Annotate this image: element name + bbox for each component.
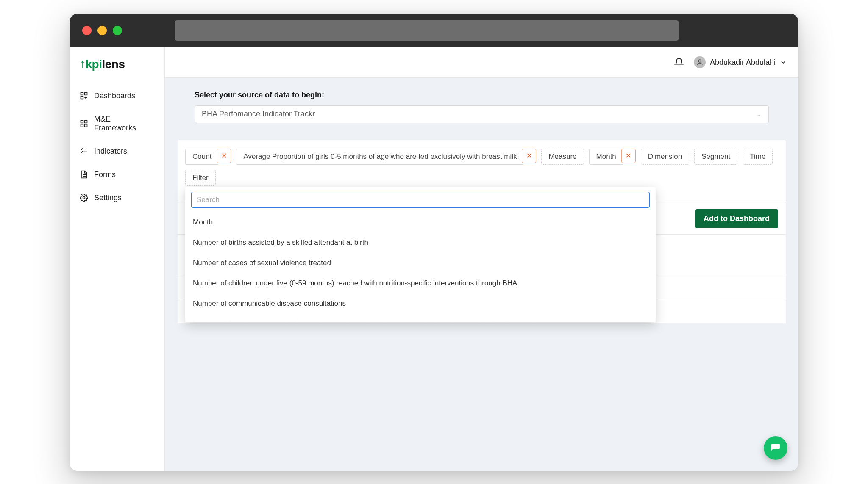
sidebar-item-label: Dashboards bbox=[94, 91, 135, 100]
chip-segment[interactable]: Segment bbox=[694, 149, 737, 165]
browser-titlebar bbox=[70, 14, 798, 47]
chevron-down-icon: ⌄ bbox=[757, 111, 762, 118]
sidebar-item-label: Indicators bbox=[94, 147, 127, 156]
sidebar-item-settings[interactable]: Settings bbox=[76, 188, 158, 208]
dropdown-search-input[interactable] bbox=[191, 192, 650, 208]
sidebar-item-label: Settings bbox=[94, 194, 122, 202]
close-window-icon[interactable] bbox=[82, 26, 92, 35]
source-label: Select your source of data to begin: bbox=[195, 91, 769, 100]
svg-rect-3 bbox=[81, 120, 83, 123]
remove-month-button[interactable]: ✕ bbox=[621, 149, 636, 163]
logo-suffix: lens bbox=[102, 58, 125, 71]
chip-dimension[interactable]: Dimension bbox=[641, 149, 689, 165]
sidebar-item-forms[interactable]: Forms bbox=[76, 164, 158, 185]
sidebar-item-frameworks[interactable]: M&E Frameworks bbox=[76, 109, 158, 138]
minimize-window-icon[interactable] bbox=[97, 26, 107, 35]
query-panel: Count ✕ Average Proportion of girls 0-5 … bbox=[178, 140, 786, 203]
source-select[interactable]: BHA Perfomance Indicator Trackr ⌄ bbox=[195, 105, 769, 123]
remove-count-button[interactable]: ✕ bbox=[217, 149, 231, 163]
topbar: Abdukadir Abdulahi bbox=[165, 47, 798, 78]
window-controls bbox=[82, 26, 122, 35]
dropdown-item[interactable]: Number of cases of sexual violence treat… bbox=[191, 253, 650, 273]
svg-rect-1 bbox=[85, 93, 87, 95]
dropdown-item[interactable]: Number of births assisted by a skilled a… bbox=[191, 232, 650, 253]
svg-point-7 bbox=[83, 197, 85, 199]
user-name-label: Abdukadir Abdulahi bbox=[710, 58, 776, 67]
svg-rect-5 bbox=[81, 124, 83, 127]
remove-avg-button[interactable]: ✕ bbox=[522, 149, 536, 163]
user-menu[interactable]: Abdukadir Abdulahi bbox=[694, 56, 787, 68]
dashboard-icon bbox=[80, 91, 88, 100]
avatar-icon bbox=[694, 56, 706, 68]
dropdown-item[interactable]: Number of females receiving behavior cha… bbox=[191, 314, 650, 322]
maximize-window-icon[interactable] bbox=[113, 26, 122, 35]
dimension-dropdown: Month Number of births assisted by a ski… bbox=[185, 187, 656, 322]
bell-icon[interactable] bbox=[674, 58, 684, 67]
url-bar[interactable] bbox=[175, 20, 679, 41]
gear-icon bbox=[80, 194, 88, 202]
svg-rect-4 bbox=[85, 120, 87, 123]
chat-button[interactable] bbox=[764, 436, 787, 460]
sidebar-item-label: Forms bbox=[94, 170, 116, 179]
chevron-down-icon bbox=[780, 59, 787, 66]
dropdown-list: Month Number of births assisted by a ski… bbox=[191, 212, 650, 322]
source-select-value: BHA Perfomance Indicator Trackr bbox=[202, 110, 315, 119]
dropdown-item[interactable]: Number of communicable disease consultat… bbox=[191, 293, 650, 314]
chip-count[interactable]: Count bbox=[185, 149, 218, 165]
svg-rect-0 bbox=[81, 93, 83, 95]
dropdown-item[interactable]: Number of children under five (0-59 mont… bbox=[191, 273, 650, 293]
app-logo: ↑kpilens bbox=[76, 58, 158, 71]
checklist-icon bbox=[80, 147, 88, 155]
chip-month[interactable]: Month bbox=[589, 149, 623, 165]
chip-measure[interactable]: Measure bbox=[541, 149, 584, 165]
document-icon bbox=[80, 170, 88, 179]
chip-time[interactable]: Time bbox=[743, 149, 773, 165]
main-area: Abdukadir Abdulahi Select your source of… bbox=[165, 47, 798, 471]
app-window: ↑kpilens Dashboards M&E Frameworks bbox=[70, 14, 798, 471]
svg-rect-2 bbox=[81, 97, 83, 99]
add-to-dashboard-button[interactable]: Add to Dashboard bbox=[695, 209, 778, 228]
svg-point-8 bbox=[698, 60, 701, 62]
sidebar-item-dashboards[interactable]: Dashboards bbox=[76, 86, 158, 106]
sidebar-item-indicators[interactable]: Indicators bbox=[76, 141, 158, 162]
chip-filter[interactable]: Filter bbox=[185, 170, 216, 186]
sidebar-item-label: M&E Frameworks bbox=[94, 115, 154, 133]
chip-avg-breastmilk[interactable]: Average Proportion of girls 0-5 months o… bbox=[236, 149, 523, 165]
dropdown-item[interactable]: Month bbox=[191, 212, 650, 232]
sidebar: ↑kpilens Dashboards M&E Frameworks bbox=[70, 47, 165, 471]
svg-rect-6 bbox=[85, 124, 87, 127]
grid-icon bbox=[80, 119, 88, 128]
